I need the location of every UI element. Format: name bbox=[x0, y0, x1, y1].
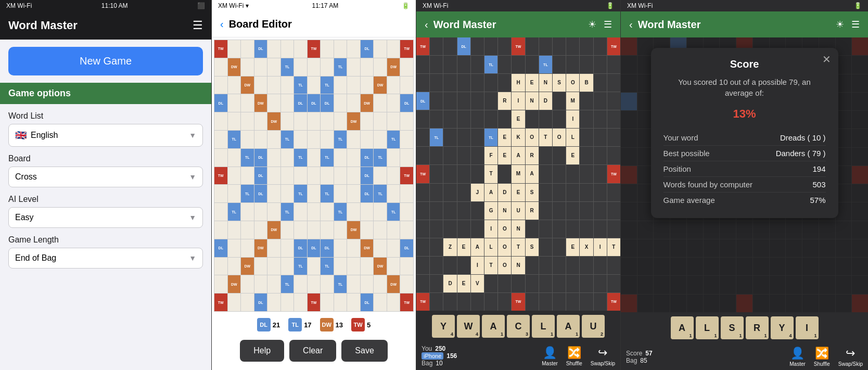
p4-score-display: Score 57 Bag 85 bbox=[626, 350, 653, 364]
ai-level-value: Easy bbox=[15, 213, 34, 222]
tl-badge: TL bbox=[288, 318, 302, 331]
score-row-value: 503 bbox=[812, 180, 825, 189]
p4-rack-tile-2[interactable]: S1 bbox=[721, 316, 744, 339]
p1-battery: ⬛ bbox=[197, 2, 205, 9]
board-value: Cross bbox=[15, 172, 37, 182]
score-row-value: Dreads ( 10 ) bbox=[780, 133, 826, 142]
p4-rack-tile-1[interactable]: L1 bbox=[696, 316, 719, 339]
board-label: Board bbox=[0, 147, 211, 167]
score-table-row: Game average57% bbox=[663, 193, 826, 208]
help-button[interactable]: Help bbox=[240, 340, 284, 362]
back-icon[interactable]: ‹ bbox=[220, 18, 224, 30]
p3-header: ‹ Word Master ☀ ☰ bbox=[416, 11, 620, 37]
dw-badge: DW bbox=[320, 318, 334, 331]
rack-tile-6[interactable]: U2 bbox=[582, 315, 605, 338]
close-icon[interactable]: ✕ bbox=[822, 53, 831, 66]
p3-battery: 🔋 bbox=[606, 2, 614, 9]
p4-rack-tile-4[interactable]: Y4 bbox=[771, 316, 794, 339]
p4-swap-label: Swap/Skip bbox=[838, 361, 863, 367]
panel-score: XM Wi-Fi 🔋 ‹ Word Master ☀ ☰ ✕ Score You… bbox=[620, 0, 868, 370]
rack-tile-5[interactable]: A1 bbox=[557, 315, 580, 338]
legend-tl: TL 17 bbox=[288, 318, 311, 331]
flag-icon: 🇬🇧 bbox=[15, 130, 27, 141]
ai-level-label: AI Level bbox=[0, 187, 211, 207]
legend-tw: TW 5 bbox=[351, 318, 371, 331]
chevron-down-icon: ▼ bbox=[189, 131, 196, 139]
p4-rack-tile-3[interactable]: R1 bbox=[746, 316, 769, 339]
board-dropdown[interactable]: Cross ▼ bbox=[8, 167, 203, 187]
p4-bottom-bar: Score 57 Bag 85 👤 Master 🔀 Shuffle ↪ Swa… bbox=[621, 343, 868, 370]
legend-dw: DW 13 bbox=[320, 318, 343, 331]
p1-header: Word Master ☰ bbox=[0, 11, 211, 40]
score-row-label: Your word bbox=[663, 133, 698, 142]
ai-level-dropdown[interactable]: Easy ▼ bbox=[8, 207, 203, 228]
dl-badge: DL bbox=[257, 318, 271, 331]
bag-count: 10 bbox=[436, 360, 442, 367]
tl-count: 17 bbox=[304, 321, 311, 329]
p4-menu-icon[interactable]: ☰ bbox=[851, 19, 860, 30]
master-button[interactable]: 👤 Master bbox=[542, 346, 558, 366]
p4-carrier: XM Wi-Fi bbox=[627, 2, 653, 9]
swap-icon: ↪ bbox=[598, 346, 607, 360]
rack-tile-2[interactable]: A1 bbox=[482, 315, 505, 338]
master-label: Master bbox=[542, 361, 558, 366]
clear-button[interactable]: Clear bbox=[289, 340, 336, 362]
dl-count: 21 bbox=[273, 321, 280, 329]
p4-swap-icon: ↪ bbox=[846, 347, 855, 360]
percent-value: 13 bbox=[733, 107, 745, 120]
iphone-label: iPhone bbox=[422, 352, 443, 360]
p3-status-bar: XM Wi-Fi 🔋 bbox=[416, 0, 620, 11]
p1-status-bar: XM Wi-Fi 11:10 AM ⬛ bbox=[0, 0, 211, 11]
brightness-icon[interactable]: ☀ bbox=[588, 19, 596, 30]
p2-time: 11:17 AM bbox=[312, 2, 338, 9]
shuffle-icon: 🔀 bbox=[567, 346, 581, 360]
rack-tile-3[interactable]: C3 bbox=[507, 315, 530, 338]
rack-tile-0[interactable]: Y4 bbox=[432, 315, 455, 338]
menu-icon[interactable]: ☰ bbox=[604, 19, 612, 30]
word-list-label: Word List bbox=[0, 104, 211, 124]
panel-main-menu: XM Wi-Fi 11:10 AM ⬛ Word Master ☰ New Ga… bbox=[0, 0, 211, 370]
score-percent: 13% bbox=[663, 103, 826, 122]
new-game-button[interactable]: New Game bbox=[8, 47, 203, 75]
hamburger-icon[interactable]: ☰ bbox=[193, 19, 203, 32]
action-buttons: 👤 Master 🔀 Shuffle ↪ Swap/Skip bbox=[542, 346, 615, 366]
master-icon: 👤 bbox=[543, 346, 557, 360]
score-row-label: Words found by computer bbox=[663, 180, 752, 189]
score-overlay: ✕ Score You scored 10 out of a possible … bbox=[651, 48, 838, 218]
p4-master-icon: 👤 bbox=[790, 347, 805, 360]
p2-title: Board Editor bbox=[229, 18, 292, 30]
score-table-row: Best possibleDanders ( 79 ) bbox=[663, 146, 826, 161]
game-length-dropdown[interactable]: End of Bag ▼ bbox=[8, 248, 203, 269]
panel-board-editor: XM Wi-Fi ▾ 11:17 AM 🔋 ‹ Board Editor TWD… bbox=[211, 0, 416, 370]
p4-rack-tile-0[interactable]: A1 bbox=[671, 316, 694, 339]
shuffle-button[interactable]: 🔀 Shuffle bbox=[566, 346, 582, 366]
editor-buttons: Help Clear Save bbox=[212, 336, 416, 370]
rack-tile-4[interactable]: L1 bbox=[532, 315, 555, 338]
save-button[interactable]: Save bbox=[341, 340, 387, 362]
board-editor-grid: TWDLTWDLTWDWTLTLDWDWTLTLDWDLDWDLDLDLDWDL… bbox=[212, 37, 416, 314]
p2-carrier: XM Wi-Fi ▾ bbox=[218, 2, 249, 9]
p3-carrier: XM Wi-Fi bbox=[423, 2, 448, 9]
tw-badge: TW bbox=[351, 318, 365, 331]
score-table-row: Position194 bbox=[663, 161, 826, 177]
rack-tile-1[interactable]: W4 bbox=[457, 315, 480, 338]
score-table-row: Your wordDreads ( 10 ) bbox=[663, 130, 826, 146]
panel-game: XM Wi-Fi 🔋 ‹ Word Master ☀ ☰ TWDLTWTWTLT… bbox=[416, 0, 620, 370]
p4-swap-button[interactable]: ↪ Swap/Skip bbox=[838, 347, 863, 367]
p4-score-val: 57 bbox=[645, 350, 652, 357]
score-description: You scored 10 out of a possible 79, an a… bbox=[663, 76, 826, 98]
p4-brightness-icon[interactable]: ☀ bbox=[836, 19, 844, 30]
p4-back-icon[interactable]: ‹ bbox=[629, 19, 633, 31]
p4-bag-label: Bag bbox=[626, 357, 637, 364]
p1-title: Word Master bbox=[8, 19, 78, 32]
word-list-dropdown[interactable]: 🇬🇧 English ▼ bbox=[8, 124, 203, 147]
p4-rack-tile-5[interactable]: I1 bbox=[796, 316, 819, 339]
swap-label: Swap/Skip bbox=[591, 361, 615, 366]
p4-shuffle-button[interactable]: 🔀 Shuffle bbox=[814, 347, 830, 367]
p4-master-button[interactable]: 👤 Master bbox=[789, 347, 806, 367]
p3-back-icon[interactable]: ‹ bbox=[425, 19, 428, 31]
score-row-value: 194 bbox=[812, 164, 825, 173]
you-score: 250 bbox=[435, 345, 445, 352]
swap-skip-button[interactable]: ↪ Swap/Skip bbox=[591, 346, 615, 366]
score-table-row: Words found by computer503 bbox=[663, 177, 826, 193]
